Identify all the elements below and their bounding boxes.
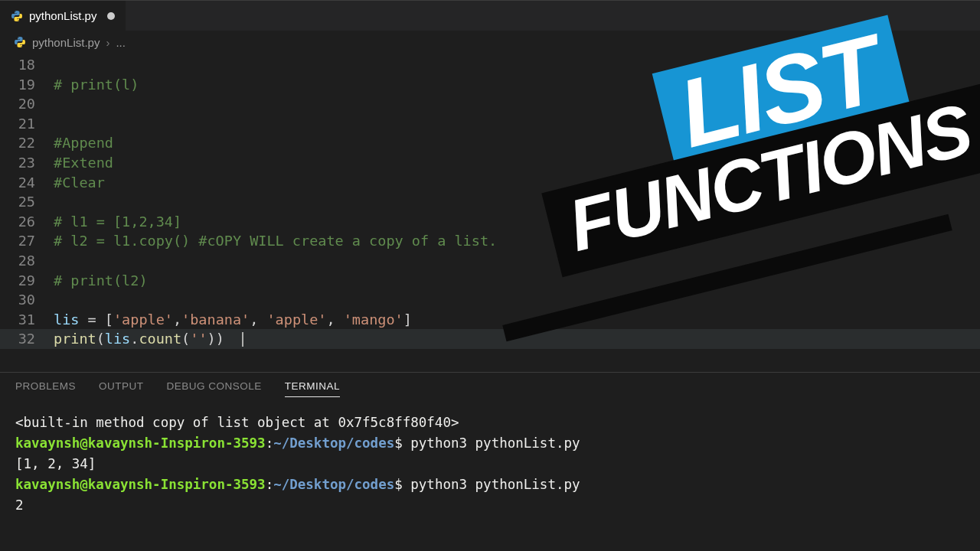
tab-output[interactable]: OUTPUT [99, 380, 144, 397]
line-number: 22 [0, 133, 54, 153]
code-line[interactable]: 26# l1 = [1,2,34] [0, 212, 980, 232]
breadcrumb-file: pythonList.py [32, 36, 100, 49]
code-line[interactable]: 29# print(l2) [0, 271, 980, 291]
bottom-panel: PROBLEMS OUTPUT DEBUG CONSOLE TERMINAL <… [0, 372, 980, 516]
terminal-line: [1, 2, 34] [15, 454, 965, 474]
python-icon [11, 10, 23, 22]
breadcrumb-rest: ... [116, 36, 126, 49]
python-icon [14, 36, 26, 48]
line-number: 26 [0, 212, 54, 232]
line-number: 29 [0, 271, 54, 291]
file-tab[interactable]: pythonList.py [0, 1, 126, 31]
terminal-line: 2 [15, 495, 965, 516]
code-content: # l1 = [1,2,34] [54, 212, 980, 232]
code-content: # print(l2) [54, 271, 980, 291]
code-line[interactable]: 30 [0, 290, 980, 310]
tab-debug-console[interactable]: DEBUG CONSOLE [167, 380, 262, 397]
terminal-line: kavaynsh@kavaynsh-Inspiron-3593:~/Deskto… [15, 474, 965, 495]
tab-filename: pythonList.py [29, 9, 96, 22]
line-number: 18 [0, 55, 54, 75]
line-number: 25 [0, 192, 54, 212]
line-number: 23 [0, 153, 54, 173]
dirty-indicator-icon [107, 12, 115, 20]
line-number: 19 [0, 75, 54, 95]
panel-tabs: PROBLEMS OUTPUT DEBUG CONSOLE TERMINAL [0, 373, 980, 405]
line-number: 21 [0, 114, 54, 134]
line-number: 30 [0, 290, 54, 310]
line-number: 31 [0, 310, 54, 330]
line-number: 20 [0, 94, 54, 114]
line-number: 24 [0, 173, 54, 193]
tab-terminal[interactable]: TERMINAL [285, 380, 340, 397]
text-cursor-icon [242, 332, 243, 347]
code-line[interactable]: 31lis = ['apple','banana', 'apple', 'man… [0, 310, 980, 330]
terminal-line: kavaynsh@kavaynsh-Inspiron-3593:~/Deskto… [15, 433, 965, 454]
chevron-right-icon: › [106, 36, 109, 49]
code-line[interactable]: 32print(lis.count('')) [0, 329, 980, 349]
line-number: 27 [0, 231, 54, 251]
terminal[interactable]: <built-in method copy of list object at … [0, 405, 980, 516]
line-number: 32 [0, 329, 54, 349]
tab-problems[interactable]: PROBLEMS [15, 380, 76, 397]
terminal-line: <built-in method copy of list object at … [15, 412, 965, 433]
line-number: 28 [0, 251, 54, 271]
